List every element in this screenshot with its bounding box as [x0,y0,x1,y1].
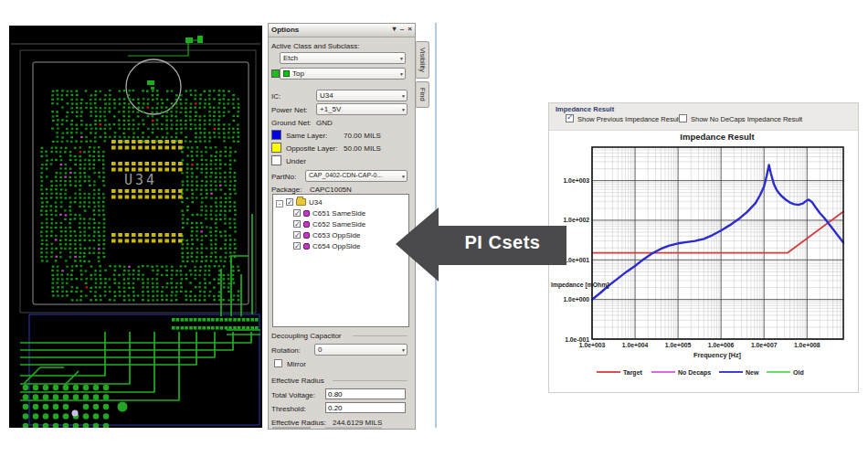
class-dropdown[interactable]: Etch [280,52,406,64]
tree-item-checkbox[interactable] [293,220,301,228]
side-tabs: Visibility Find [416,41,433,111]
legend-label: New [746,369,759,376]
tree-item-checkbox[interactable] [293,231,301,239]
tree-item-label: C651 SameSide [312,209,365,218]
ic-dropdown[interactable]: U34 [316,90,408,101]
opposite-layer-value: 50.00 MILS [344,144,381,153]
options-titlebar[interactable]: Options ▾ – × [269,24,415,37]
minimize-icon[interactable]: – [400,25,405,33]
tree-item-checkbox[interactable] [293,242,301,250]
ground-net-label: Ground Net: [271,119,312,127]
rotation-dropdown[interactable]: 0 [314,344,408,356]
x-tick-label: 1.0e+008 [794,342,820,348]
svg-text:Impedance Result: Impedance Result [680,132,755,142]
close-icon[interactable]: × [408,25,413,33]
tree-root-checkbox[interactable] [286,198,293,206]
options-title: Options [271,26,299,34]
arrow-label: PI Csets [439,232,566,253]
legend-label: Target [623,369,643,377]
x-tick-label: 1.0e+005 [665,342,692,348]
impedance-result-window: Impedance Result Show Previous Impedance… [548,102,859,393]
tree-item-row[interactable]: C651 SameSide [273,208,408,219]
x-tick-label: 1.0e+007 [751,342,778,348]
subclass-value: Top [292,69,304,78]
legend-label: No Decaps [678,369,711,377]
tab-find[interactable]: Find [416,81,429,108]
impedance-chart: Impedance Result1.0e+0031.0e+0021.0e+001… [549,131,860,394]
threshold-label: Threshold: [271,405,306,413]
show-no-decaps-checkbox[interactable] [679,114,687,122]
pi-csets-arrow: PI Csets [396,203,569,287]
y-tick-label: 1.0e+003 [563,177,589,184]
capacitor-icon [303,221,310,228]
ic-label: IC: [271,92,281,101]
clipped-row-fragment [272,427,311,430]
effective-radius-value: 244.6129 MILS [333,419,382,427]
rotation-label: Rotation: [271,346,301,355]
x-axis-label: Frequency [Hz] [693,351,741,359]
pin-icon[interactable]: ▾ [392,25,397,33]
tree-expander-icon[interactable]: - [276,200,283,207]
mirror-checkbox[interactable] [274,359,282,367]
radius-group-label: Effective Radius [271,377,324,385]
under-label: Under [286,157,306,165]
layer-color-swatch[interactable] [271,69,280,78]
top-layer-swatch [283,70,290,77]
decap-tree[interactable]: -U34C651 SameSideC652 SameSideC653 OppSi… [272,194,409,327]
opposite-layer-label: Opposite Layer: [286,144,337,153]
chart-header-title: Impedance Result [556,105,614,113]
subclass-dropdown[interactable]: Top [280,68,406,80]
tree-item-label: C652 SameSide [312,220,365,228]
capacitor-icon [303,243,310,250]
show-previous-checkbox[interactable] [566,114,574,122]
threshold-input[interactable] [325,402,406,413]
show-previous-label: Show Previous Impedance Result [577,115,681,123]
same-layer-swatch [271,130,281,140]
tab-visibility[interactable]: Visibility [416,41,429,79]
clipped-row-fragment [325,427,382,430]
power-net-dropdown[interactable]: +1_5V [316,103,408,115]
total-voltage-input[interactable] [325,388,406,399]
y-tick-label: 1.0e+000 [563,296,589,303]
tree-item-row[interactable]: C652 SameSide [273,219,408,230]
power-net-label: Power Net: [271,106,308,114]
mirror-label: Mirror [287,360,306,368]
opposite-layer-swatch [271,143,281,153]
same-layer-value: 70.00 MILS [344,132,381,140]
legend-label: Old [793,369,804,376]
tree-item-label: C653 OppSide [312,231,360,239]
tree-item-row[interactable]: C653 OppSide [273,230,408,241]
refdes-label: U34 [124,172,157,188]
show-no-decaps-label: Show No DeCaps Impedance Result [691,115,802,123]
capacitor-icon [303,210,310,217]
same-layer-label: Same Layer: [286,132,327,140]
partno-dropdown[interactable]: CAP_0402-CDN-CAP-0... [305,170,408,182]
under-swatch [271,155,281,165]
pcb-layout-view[interactable]: U34 [9,26,262,428]
chart-header: Impedance Result Show Previous Impedance… [549,103,858,131]
options-panel: Options ▾ – × Active Class and Subclass:… [268,23,416,430]
folder-icon [296,198,306,206]
x-tick-label: 1.0e+006 [708,342,735,348]
package-label: Package: [271,186,302,194]
tree-item-row[interactable]: C654 OppSide [273,241,408,252]
screenshot-root: { "icons": { "pin": "▾", "minimize": "–"… [0,0,868,457]
x-tick-label: 1.0e+003 [579,342,606,348]
tree-item-label: C654 OppSide [312,242,360,250]
effective-radius-label: Effective Radius: [271,419,326,427]
partno-label: PartNo: [271,173,296,181]
package-value: CAPC1005N [310,186,352,194]
decoupling-group-label: Decoupling Capacitor [271,332,342,340]
tree-root-row[interactable]: -U34 [273,197,408,208]
capacitor-icon [303,232,310,239]
ground-net-value: GND [316,119,333,127]
tree-item-checkbox[interactable] [293,209,301,217]
tree-root-label: U34 [309,198,323,207]
total-voltage-label: Total Voltage: [271,391,315,399]
x-tick-label: 1.0e+004 [622,342,649,348]
active-class-label: Active Class and Subclass: [271,42,360,50]
